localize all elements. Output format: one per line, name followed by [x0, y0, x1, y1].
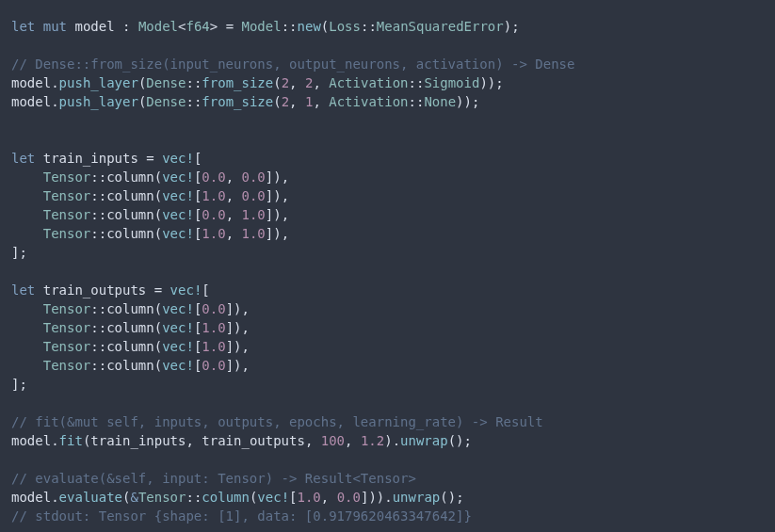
fn-push-layer: push_layer [59, 75, 138, 90]
macro-vec: vec! [162, 358, 194, 373]
ident-model: model [11, 490, 51, 505]
ident-model: model [11, 75, 51, 90]
type-tensor: Tensor [43, 188, 91, 203]
fn-column: column [106, 339, 154, 354]
kw-let: let [11, 151, 35, 166]
semi: ; [511, 19, 519, 34]
fn-unwrap: unwrap [400, 433, 448, 448]
macro-vec: vec! [162, 320, 194, 335]
type-dense: Dense [146, 94, 186, 109]
num: 0.0 [202, 358, 225, 373]
num: 1.2 [361, 433, 384, 448]
macro-vec: vec! [257, 490, 289, 505]
macro-vec: vec! [170, 282, 202, 298]
comment-fit: // fit(&mut self, inputs, outputs, epoch… [11, 414, 543, 429]
num: 0.0 [241, 188, 265, 203]
macro-vec: vec! [162, 151, 194, 166]
fn-column: column [106, 320, 154, 335]
text: train_inputs = [35, 151, 162, 166]
fn-column: column [106, 358, 154, 373]
num: 0.0 [241, 169, 265, 185]
enum-none: None [424, 94, 456, 109]
macro-vec: vec! [162, 169, 194, 185]
num: 1.0 [202, 226, 225, 241]
macro-vec: vec! [162, 226, 194, 241]
comment-dense: // Dense::from_size(input_neurons, outpu… [11, 56, 574, 72]
semi: ; [19, 245, 26, 260]
ident-model: model [11, 94, 51, 109]
type-tensor: Tensor [43, 339, 91, 354]
num: 1.0 [202, 339, 225, 354]
code-block: let mut model : Model<f64> = Model::new(… [0, 0, 775, 532]
text: model : [67, 19, 138, 34]
enum-mse: MeanSquaredError [377, 19, 504, 34]
type-loss: Loss [329, 19, 361, 34]
fn-column: column [106, 207, 154, 222]
fn-column: column [106, 188, 154, 203]
type-model: Model [242, 19, 282, 34]
num: 1 [305, 94, 313, 109]
type-tensor: Tensor [138, 490, 186, 505]
macro-vec: vec! [162, 301, 194, 316]
num: 0.0 [337, 490, 361, 505]
type-activation: Activation [329, 75, 408, 90]
amp: & [130, 490, 137, 505]
num: 2 [282, 75, 289, 90]
text: train_outputs = [35, 282, 170, 298]
num: 0.0 [202, 207, 225, 222]
semi: ; [472, 94, 479, 109]
semi: ; [464, 433, 472, 448]
semi: ; [19, 377, 26, 392]
fn-from-size: from_size [202, 75, 273, 90]
enum-sigmoid: Sigmoid [424, 75, 479, 90]
kw-mut: mut [43, 19, 67, 34]
num: 1.0 [202, 188, 225, 203]
fn-column: column [106, 169, 154, 185]
type-tensor: Tensor [43, 226, 91, 241]
kw-let: let [11, 19, 35, 34]
comment-evaluate: // evaluate(&self, input: Tensor) -> Res… [11, 471, 416, 486]
type-tensor: Tensor [43, 169, 91, 185]
fn-new: new [298, 19, 321, 34]
num: 2 [282, 94, 289, 109]
fn-column: column [202, 490, 250, 505]
num: 2 [305, 75, 313, 90]
num: 100 [321, 433, 345, 448]
text: = [218, 19, 241, 34]
kw-let: let [11, 282, 35, 298]
type-f64: f64 [186, 19, 209, 34]
semi: ; [495, 75, 503, 90]
num: 1.0 [241, 207, 265, 222]
type-tensor: Tensor [43, 301, 91, 316]
fn-column: column [106, 301, 154, 316]
macro-vec: vec! [162, 188, 194, 203]
num: 0.0 [202, 169, 225, 185]
fn-unwrap: unwrap [393, 490, 441, 505]
num: 1.0 [298, 490, 321, 505]
fn-evaluate: evaluate [59, 490, 122, 505]
macro-vec: vec! [162, 207, 194, 222]
macro-vec: vec! [162, 339, 194, 354]
comment-stdout: // stdout: Tensor {shape: [1], data: [0.… [11, 508, 472, 524]
fn-from-size: from_size [202, 94, 273, 109]
type-model: Model [138, 19, 178, 34]
num: 1.0 [202, 320, 225, 335]
fn-fit: fit [59, 433, 83, 448]
type-activation: Activation [329, 94, 408, 109]
semi: ; [456, 490, 463, 505]
ident-model: model [11, 433, 51, 448]
type-dense: Dense [146, 75, 186, 90]
num: 0.0 [202, 301, 225, 316]
type-tensor: Tensor [43, 358, 91, 373]
fn-column: column [106, 226, 154, 241]
type-tensor: Tensor [43, 320, 91, 335]
text: (train_inputs, train_outputs, [83, 433, 321, 448]
fn-push-layer: push_layer [59, 94, 138, 109]
num: 1.0 [241, 226, 265, 241]
type-tensor: Tensor [43, 207, 91, 222]
